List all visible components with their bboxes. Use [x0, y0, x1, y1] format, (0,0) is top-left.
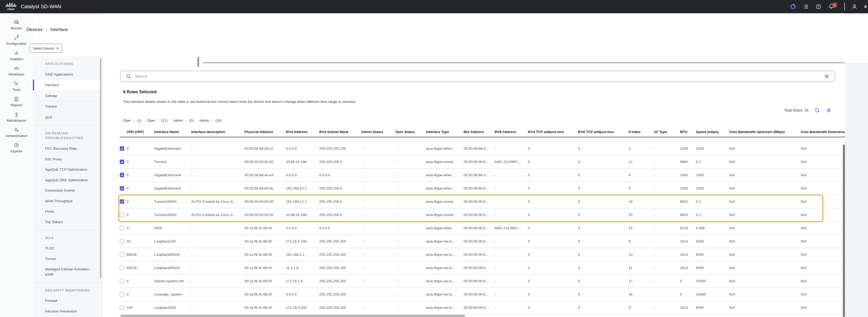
help-icon[interactable]: ?	[815, 4, 822, 9]
table-horizontal-scrollbar[interactable]	[121, 315, 465, 317]
table-cell: ↑	[361, 146, 395, 151]
column-header-interface-description[interactable]: Interface description	[191, 130, 245, 134]
row-checkbox[interactable]	[120, 292, 124, 296]
filter-oper-down[interactable]: Oper↓(1)	[123, 118, 142, 122]
nav-item-reports[interactable]: Reports	[0, 94, 33, 109]
nav-item-tools[interactable]: Tools	[0, 79, 33, 94]
row-checkbox[interactable]	[120, 226, 124, 230]
nav-item-explore[interactable]: Explore	[0, 140, 33, 155]
column-header-physical-address[interactable]: Physical Address	[245, 130, 286, 134]
column-header-af-type[interactable]: AF Type	[654, 130, 680, 134]
column-header-auto-bandwidth-downstream-mbps[interactable]: Auto Bandwidth Downstream (Mbps)	[801, 130, 845, 134]
row-checkbox[interactable]	[120, 186, 124, 191]
nav-item-analytics[interactable]: Analytics	[0, 48, 33, 63]
row-checkbox[interactable]	[120, 266, 124, 270]
column-header-auto-bandwidth-upstream-mbps[interactable]: Auto Bandwidth Upstream (Mbps)	[729, 130, 801, 134]
sidebar-item-connection-events[interactable]: Connection Events	[33, 185, 102, 196]
table-cell: 0	[578, 213, 628, 217]
column-header-speed-mbps[interactable]: Speed (mbps)	[696, 130, 729, 134]
column-header-mtu[interactable]: MTU	[680, 130, 696, 134]
sidebar-item-intrusion-prevention[interactable]: Intrusion Prevention	[33, 306, 102, 317]
sidebar-item-tunnel[interactable]: Tunnel	[33, 254, 102, 264]
search-input[interactable]	[135, 74, 820, 79]
sidebar-item-ssl-proxy[interactable]: SSL Proxy	[33, 154, 102, 165]
sidebar-item-fec-recovery-rate[interactable]: FEC Recovery Rate	[33, 143, 102, 154]
table-cell: ↑	[395, 199, 426, 204]
task-list-icon[interactable]	[803, 4, 809, 9]
table-vertical-scrollbar[interactable]	[843, 144, 845, 317]
sidebar-scrollbar[interactable]	[100, 58, 101, 278]
table-cell: N/A	[729, 173, 801, 177]
cisco-logo-icon[interactable]: cisco	[5, 2, 17, 11]
sidebar-item-tracker[interactable]: Tracker	[35, 101, 102, 112]
sidebar-item-interface[interactable]: Interface	[33, 80, 102, 90]
row-checkbox[interactable]	[120, 146, 124, 151]
sidebar-item-appqoe-tcp-optimization[interactable]: AppQoE TCP Optimization	[33, 164, 102, 175]
table-cell: 0	[528, 173, 578, 177]
column-header-interface-type[interactable]: Interface Type	[426, 130, 464, 134]
table-cell: 1000	[696, 186, 729, 190]
breadcrumb-devices[interactable]: Devices	[27, 27, 42, 32]
search-filter-options-icon[interactable]	[824, 74, 829, 79]
table-row: 100Loopback200-00:1e:f6:3c:66:00172.16.0…	[120, 301, 845, 314]
column-header-interface-name[interactable]: Interface Name	[154, 130, 191, 134]
table-cell: 0.056	[696, 226, 729, 230]
column-header-ipv6-tcp-addjust-mss[interactable]: IPv6 TCP addjust-mss	[578, 130, 628, 134]
row-checkbox[interactable]	[120, 160, 124, 164]
sidebar-item-firewall[interactable]: Firewall	[33, 295, 102, 306]
sidebar-item-top-talkers[interactable]: Top Talkers	[33, 217, 102, 227]
column-header-admin-status[interactable]: Admin Status	[361, 130, 395, 134]
table-cell: ↑	[395, 159, 426, 165]
table-cell: GigabitEthernet3	[154, 186, 191, 190]
table-cell: 8000	[696, 266, 729, 270]
timer-icon[interactable]	[790, 4, 796, 9]
table-cell: 0.1	[696, 160, 729, 164]
filter-admin-down[interactable]: Admin↓(0)	[173, 118, 194, 122]
sidebar-item-wan-throughput[interactable]: WAN Throughput	[33, 196, 102, 206]
status-up-icon: ↑	[361, 146, 365, 151]
sidebar-item-saie-applications[interactable]: SAIE Applications	[33, 69, 102, 80]
row-checkbox[interactable]	[120, 173, 124, 177]
nav-item-configuration[interactable]: Configuration	[0, 32, 33, 48]
notifications-bell-icon[interactable]: 1	[828, 3, 837, 10]
table-cell: -	[654, 173, 680, 177]
notification-badge[interactable]: 1	[832, 2, 837, 8]
row-checkbox[interactable]	[120, 305, 124, 310]
column-header-ipv4-address[interactable]: IPv4 Address	[286, 130, 319, 134]
column-header-ipv4-subnet-mask[interactable]: IPv4 Subnet Mask	[319, 130, 361, 134]
sidebar-item-appqoe-dre-optimization[interactable]: AppQoE DRE Optimization	[33, 175, 102, 185]
user-name-label[interactable]: R	[864, 5, 867, 9]
row-checkbox[interactable]	[120, 212, 124, 217]
filter-oper-up[interactable]: Oper↑(17)	[147, 118, 167, 122]
select-device-dropdown[interactable]: Select Device	[30, 44, 62, 53]
column-header-bia-address[interactable]: BIA Address	[464, 130, 495, 134]
column-header-vpn-vrf[interactable]: VPN (VRF)	[127, 130, 154, 134]
row-checkbox[interactable]	[120, 279, 124, 283]
table-cell: 10.66.32.186	[286, 160, 319, 164]
filter-admin-up[interactable]: Admin↑(18)	[199, 118, 222, 122]
row-checkbox[interactable]	[120, 239, 124, 243]
sidebar-item-flows[interactable]: Flows	[33, 206, 102, 217]
row-checkbox[interactable]	[120, 252, 124, 257]
sidebar-item-cellular[interactable]: Cellular	[35, 90, 102, 101]
table-cell: 1500	[680, 186, 696, 190]
nav-item-administration[interactable]: Administration	[0, 124, 33, 140]
nav-item-label: Reports	[10, 103, 23, 107]
sidebar-item-tloc[interactable]: TLOC	[33, 243, 102, 254]
nav-item-workflows[interactable]: Workflows	[0, 63, 33, 79]
column-header-oper-status[interactable]: Oper Status	[395, 130, 426, 134]
refresh-icon[interactable]	[814, 107, 820, 113]
table-cell: 0	[528, 306, 578, 310]
tab-strip-scrollbar[interactable]	[197, 57, 199, 67]
sidebar-item-managed-cellular-activation-esim[interactable]: Managed Cellular Activation - eSIM	[33, 264, 102, 280]
nav-item-maintenance[interactable]: Maintenance	[0, 109, 33, 124]
column-header-ipv4-tcp-addjust-mss[interactable]: IPv4 TCP addjust-mss	[528, 130, 578, 134]
user-icon[interactable]	[851, 4, 858, 9]
sidebar-item-qos[interactable]: QoS	[35, 112, 102, 123]
row-checkbox[interactable]	[120, 199, 124, 204]
table-settings-gear-icon[interactable]	[826, 107, 832, 113]
column-header-ipv6-address[interactable]: IPv6 Address	[495, 130, 528, 134]
table-cell: 0	[127, 279, 154, 283]
table-cell: 00:1e:f6:3c:66:00	[245, 292, 286, 296]
column-header-if-index[interactable]: If Index	[628, 130, 654, 134]
